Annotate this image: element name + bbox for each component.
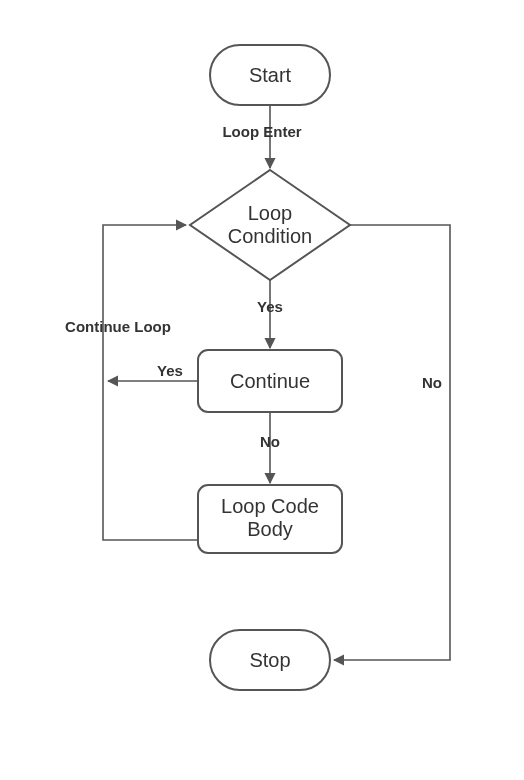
label-loop-enter: Loop Enter [222,123,301,140]
condition-node: Loop Condition [190,170,350,280]
label-no-right: No [422,374,442,391]
edge-continue-to-body: No [260,412,280,483]
edge-loopback: Continue Loop [65,225,198,540]
continue-node: Continue [198,350,342,412]
flowchart-diagram: Start Loop Enter Loop Condition Yes Cont… [0,0,524,780]
label-yes-left: Yes [157,362,183,379]
edge-condition-to-continue: Yes [257,280,283,348]
edge-start-to-condition: Loop Enter [222,105,301,168]
body-label-1: Loop Code [221,495,319,517]
stop-label: Stop [249,649,290,671]
label-yes-down: Yes [257,298,283,315]
condition-label-2: Condition [228,225,313,247]
condition-label-1: Loop [248,202,293,224]
label-no-down: No [260,433,280,450]
label-continue-loop: Continue Loop [65,318,171,335]
body-label-2: Body [247,518,293,540]
start-label: Start [249,64,292,86]
start-node: Start [210,45,330,105]
edge-continue-yes-left: Yes [108,362,198,381]
continue-label: Continue [230,370,310,392]
edge-condition-no-to-stop: No [334,225,450,660]
stop-node: Stop [210,630,330,690]
body-node: Loop Code Body [198,485,342,553]
